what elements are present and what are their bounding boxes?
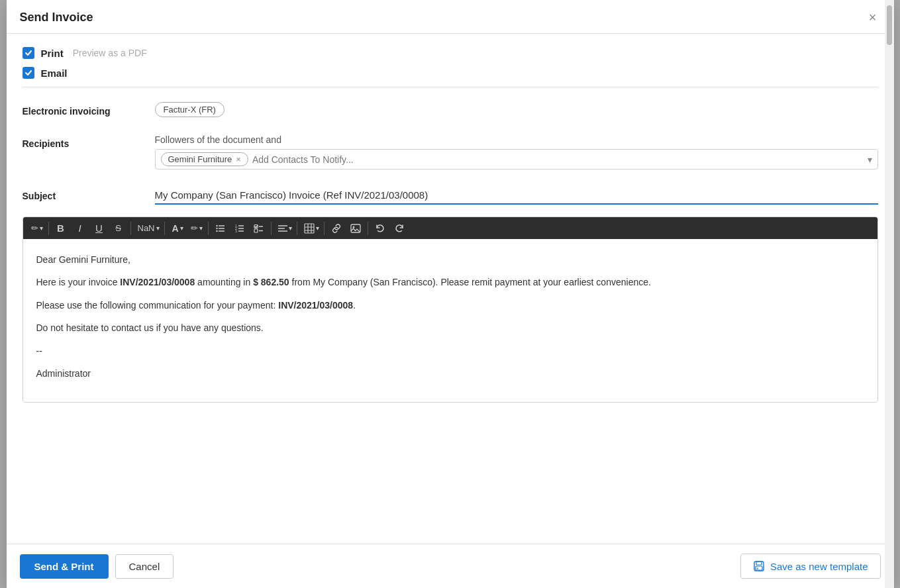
svg-rect-14 xyxy=(254,229,258,232)
save-template-button[interactable]: Save as new template xyxy=(740,554,881,579)
print-label: Print xyxy=(41,48,64,59)
style-button[interactable]: ✏ ▾ xyxy=(27,220,46,236)
editor-line-greeting: Dear Gemini Furniture, xyxy=(36,252,864,267)
svg-rect-19 xyxy=(305,224,314,233)
font-size-group: NaN ▾ xyxy=(134,220,162,236)
subject-input[interactable] xyxy=(155,187,878,205)
separator-3 xyxy=(164,222,165,235)
insert-group xyxy=(327,220,365,236)
font-size-button[interactable]: NaN ▾ xyxy=(134,220,162,236)
close-button[interactable]: × xyxy=(865,9,881,25)
ordered-list-button[interactable]: 1.2.3. xyxy=(230,220,249,236)
print-sublabel: Preview as a PDF xyxy=(73,48,147,58)
recipients-section: Recipients Followers of the document and… xyxy=(23,129,878,170)
font-color-button[interactable]: A ▾ xyxy=(168,220,186,236)
svg-rect-27 xyxy=(756,562,762,565)
redo-button[interactable] xyxy=(390,220,409,236)
recipients-dropdown-arrow[interactable]: ▾ xyxy=(868,154,872,165)
remove-contact-icon[interactable]: × xyxy=(236,154,241,164)
email-label: Email xyxy=(41,68,68,79)
separator-2 xyxy=(130,222,131,235)
dialog-title: Send Invoice xyxy=(20,11,93,24)
formatting-group: B I U S xyxy=(52,220,128,236)
svg-point-25 xyxy=(352,226,354,228)
history-group xyxy=(371,220,409,236)
dialog-header: Send Invoice × xyxy=(7,0,894,34)
separator-6 xyxy=(297,222,297,235)
editor-line-contact: Do not hesitate to contact us if you hav… xyxy=(36,320,864,335)
subject-section: Subject xyxy=(23,181,878,205)
electronic-invoicing-section: Electronic invoicing Factur-X (FR) xyxy=(23,97,878,117)
separator-8 xyxy=(368,222,368,235)
footer-left-actions: Send & Print Cancel xyxy=(20,554,174,579)
undo-button[interactable] xyxy=(371,220,389,236)
editor-line-invoice: Here is your invoice INV/2021/03/0008 am… xyxy=(36,275,864,289)
contact-tag: Gemini Furniture × xyxy=(161,152,248,166)
save-template-label: Save as new template xyxy=(770,561,868,572)
svg-rect-28 xyxy=(756,566,762,570)
bold-button[interactable]: B xyxy=(52,220,70,236)
editor-signature-dash: -- xyxy=(36,344,864,358)
table-button[interactable]: ▾ xyxy=(300,220,321,236)
editor-toolbar: ✏ ▾ B I U S NaN ▾ xyxy=(23,217,877,239)
email-option-row: Email xyxy=(23,67,878,79)
dialog-footer: Send & Print Cancel Save as new template xyxy=(7,544,894,588)
electronic-invoicing-label: Electronic invoicing xyxy=(23,102,155,117)
align-group: ▾ xyxy=(274,221,294,236)
email-checkbox[interactable] xyxy=(23,67,34,79)
editor-line-communication: Please use the following communication f… xyxy=(36,298,864,313)
separator-5 xyxy=(271,222,272,235)
link-button[interactable] xyxy=(327,220,346,236)
list-group: 1.2.3. xyxy=(211,220,268,236)
align-button[interactable]: ▾ xyxy=(274,221,294,236)
editor-content[interactable]: Dear Gemini Furniture, Here is your invo… xyxy=(23,239,877,402)
separator-1 xyxy=(48,222,49,235)
strikethrough-button[interactable]: S xyxy=(109,220,128,236)
font-color-group: A ▾ ✏ ▾ xyxy=(168,220,205,236)
add-contacts-input[interactable] xyxy=(252,154,864,165)
recipients-label: Recipients xyxy=(23,134,155,149)
checklist-button[interactable] xyxy=(250,220,268,236)
email-editor: ✏ ▾ B I U S NaN ▾ xyxy=(23,217,878,403)
svg-point-4 xyxy=(216,227,217,228)
subject-label: Subject xyxy=(23,187,155,201)
highlight-button[interactable]: ✏ ▾ xyxy=(187,220,205,236)
print-checkbox[interactable] xyxy=(23,47,34,59)
unordered-list-button[interactable] xyxy=(211,220,230,236)
cancel-button[interactable]: Cancel xyxy=(115,554,174,579)
dialog-body: Print Preview as a PDF Email Electronic … xyxy=(7,34,894,544)
table-group: ▾ xyxy=(300,220,321,236)
underline-button[interactable]: U xyxy=(90,220,109,236)
subject-field xyxy=(155,187,878,205)
editor-signature-name: Administrator xyxy=(36,366,864,381)
separator-7 xyxy=(324,222,325,235)
svg-text:3.: 3. xyxy=(235,228,238,232)
svg-point-3 xyxy=(216,224,217,226)
image-button[interactable] xyxy=(346,220,365,236)
electronic-invoicing-field: Factur-X (FR) xyxy=(155,102,878,117)
save-icon xyxy=(753,560,765,572)
electronic-invoicing-tag: Factur-X (FR) xyxy=(155,102,225,117)
print-option-row: Print Preview as a PDF xyxy=(23,47,878,59)
section-divider xyxy=(23,87,878,87)
followers-text: Followers of the document and xyxy=(155,134,878,145)
italic-button[interactable]: I xyxy=(71,220,89,236)
svg-point-5 xyxy=(216,230,217,231)
recipients-field: Followers of the document and Gemini Fur… xyxy=(155,134,878,170)
separator-4 xyxy=(208,222,209,235)
recipients-input-row[interactable]: Gemini Furniture × ▾ xyxy=(155,149,878,170)
style-group: ✏ ▾ xyxy=(27,220,46,236)
send-print-button[interactable]: Send & Print xyxy=(20,554,109,579)
